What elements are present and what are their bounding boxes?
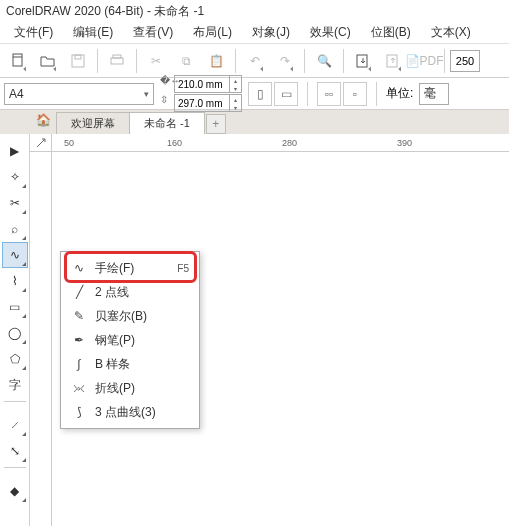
open-button[interactable] (34, 47, 62, 75)
parallel-dimension-tool[interactable]: ⟋ (2, 412, 28, 438)
toolbox-separator-2 (4, 467, 26, 475)
title-bar: CorelDRAW 2020 (64-Bit) - 未命名 -1 (0, 0, 509, 22)
menu-file[interactable]: 文件(F) (4, 22, 63, 43)
flyout-polyline[interactable]: ⩙折线(P) (61, 376, 199, 400)
drawing-canvas[interactable]: 50 160 280 390 ∿手绘(F)F5 ╱2 点线 ✎贝塞尔(B) ✒钢… (30, 134, 509, 526)
connector-tool[interactable]: ⤡ (2, 438, 28, 464)
cut-button[interactable]: ✂ (142, 47, 170, 75)
redo-button[interactable]: ↷ (271, 47, 299, 75)
zoom-tool[interactable]: ⌕ (2, 216, 28, 242)
horizontal-ruler[interactable]: 50 160 280 390 (52, 134, 509, 152)
page-height-input[interactable]: 297.0 mm (174, 94, 230, 112)
document-tabs: 🏠 欢迎屏幕 未命名 -1 + (0, 110, 509, 134)
menu-layout[interactable]: 布局(L) (183, 22, 242, 43)
menu-object[interactable]: 对象(J) (242, 22, 300, 43)
copy-button[interactable]: ⧉ (172, 47, 200, 75)
flyout-bezier[interactable]: ✎贝塞尔(B) (61, 304, 199, 328)
svg-rect-0 (13, 54, 22, 66)
menu-bar: 文件(F) 编辑(E) 查看(V) 布局(L) 对象(J) 效果(C) 位图(B… (0, 22, 509, 44)
menu-edit[interactable]: 编辑(E) (63, 22, 123, 43)
page-size-combo[interactable]: A4▾ (4, 83, 154, 105)
home-tab[interactable]: 🏠 (32, 110, 54, 130)
vertical-ruler[interactable] (30, 152, 52, 526)
page-width-input[interactable]: 210.0 mm (174, 75, 230, 93)
two-point-line-icon: ╱ (71, 285, 87, 299)
freehand-icon: ∿ (71, 261, 87, 275)
tab-document-1[interactable]: 未命名 -1 (129, 112, 205, 134)
toolbox-separator (4, 401, 26, 409)
freehand-tool[interactable]: ∿ (2, 242, 28, 268)
menu-view[interactable]: 查看(V) (123, 22, 183, 43)
zoom-level-input[interactable]: 250 (450, 50, 480, 72)
flyout-3point-curve[interactable]: ⟆3 点曲线(3) (61, 400, 199, 424)
tab-welcome[interactable]: 欢迎屏幕 (56, 112, 130, 134)
new-tab-button[interactable]: + (206, 114, 226, 134)
svg-rect-4 (113, 55, 121, 58)
flyout-2point-line[interactable]: ╱2 点线 (61, 280, 199, 304)
polyline-icon: ⩙ (71, 381, 87, 395)
ellipse-tool[interactable]: ◯ (2, 320, 28, 346)
property-bar: A4▾ �↔210.0 mm▴▾ ⇳297.0 mm▴▾ ▯ ▭ ▫▫ ▫ 单位… (0, 78, 509, 110)
paste-button[interactable]: 📋 (202, 47, 230, 75)
portrait-button[interactable]: ▯ (248, 82, 272, 106)
toolbox: ▶ ✧ ✂ ⌕ ∿ ⌇ ▭ ◯ ⬠ 字 ⟋ ⤡ ◆ (0, 134, 30, 526)
polygon-tool[interactable]: ⬠ (2, 346, 28, 372)
menu-bitmap[interactable]: 位图(B) (361, 22, 421, 43)
save-button[interactable] (64, 47, 92, 75)
print-button[interactable] (103, 47, 131, 75)
units-label: 单位: (386, 85, 413, 102)
rectangle-tool[interactable]: ▭ (2, 294, 28, 320)
search-button[interactable]: 🔍 (310, 47, 338, 75)
export-button[interactable] (379, 47, 407, 75)
svg-rect-2 (75, 55, 81, 59)
publish-pdf-button[interactable]: 📄PDF (409, 47, 439, 75)
bezier-icon: ✎ (71, 309, 87, 323)
app-title: CorelDRAW 2020 (64-Bit) - 未命名 -1 (6, 3, 204, 20)
svg-rect-5 (357, 55, 367, 67)
flyout-bspline[interactable]: ∫B 样条 (61, 352, 199, 376)
flyout-pen[interactable]: ✒钢笔(P) (61, 328, 199, 352)
bspline-icon: ∫ (71, 357, 87, 371)
svg-rect-1 (72, 55, 84, 67)
all-pages-button[interactable]: ▫▫ (317, 82, 341, 106)
crop-tool[interactable]: ✂ (2, 190, 28, 216)
three-point-curve-icon: ⟆ (71, 405, 87, 419)
text-tool[interactable]: 字 (2, 372, 28, 398)
undo-button[interactable]: ↶ (241, 47, 269, 75)
workspace: ▶ ✧ ✂ ⌕ ∿ ⌇ ▭ ◯ ⬠ 字 ⟋ ⤡ ◆ 50 160 280 390… (0, 134, 509, 526)
ruler-origin[interactable] (30, 134, 52, 152)
pen-icon: ✒ (71, 333, 87, 347)
flyout-freehand[interactable]: ∿手绘(F)F5 (61, 256, 199, 280)
menu-text[interactable]: 文本(X) (421, 22, 481, 43)
svg-rect-3 (111, 58, 123, 64)
current-page-button[interactable]: ▫ (343, 82, 367, 106)
new-button[interactable] (4, 47, 32, 75)
shape-tool[interactable]: ✧ (2, 164, 28, 190)
svg-rect-6 (387, 55, 397, 67)
artistic-media-tool[interactable]: ⌇ (2, 268, 28, 294)
menu-effects[interactable]: 效果(C) (300, 22, 361, 43)
pick-tool[interactable]: ▶ (2, 138, 28, 164)
import-button[interactable] (349, 47, 377, 75)
units-combo[interactable]: 毫 (419, 83, 449, 105)
landscape-button[interactable]: ▭ (274, 82, 298, 106)
standard-toolbar: ✂ ⧉ 📋 ↶ ↷ 🔍 📄PDF 250 (0, 44, 509, 78)
curve-tools-flyout: ∿手绘(F)F5 ╱2 点线 ✎贝塞尔(B) ✒钢笔(P) ∫B 样条 ⩙折线(… (60, 251, 200, 429)
drop-shadow-tool[interactable]: ◆ (2, 478, 28, 504)
